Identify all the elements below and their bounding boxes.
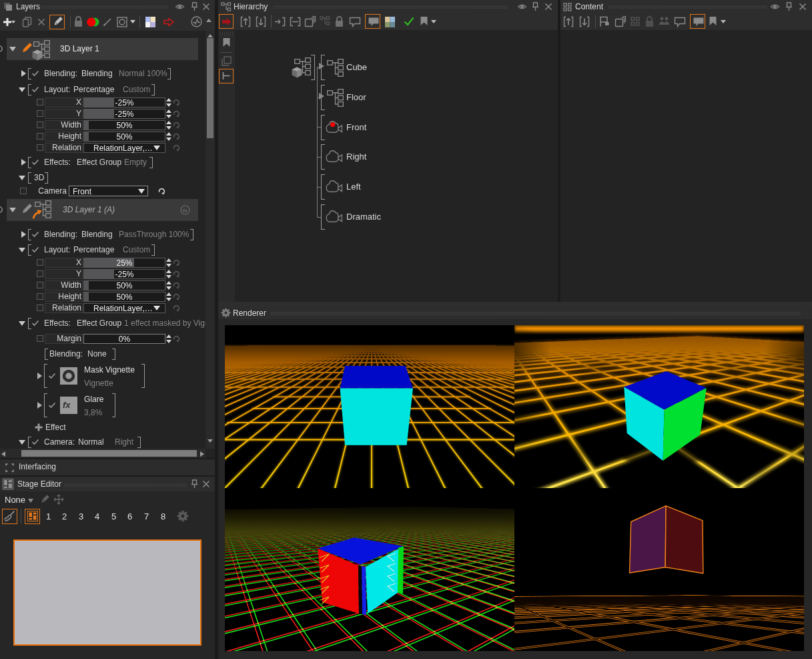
- svg-text:fx: fx: [183, 208, 188, 214]
